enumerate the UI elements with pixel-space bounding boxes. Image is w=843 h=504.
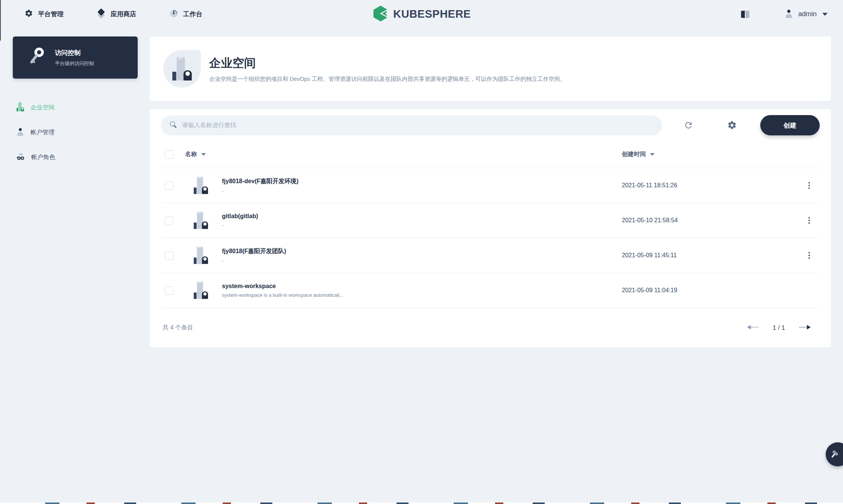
sidebar-item-label: 企业空间	[30, 104, 55, 112]
pagination: 1 / 1	[747, 324, 811, 332]
row-checkbox[interactable]	[165, 286, 173, 295]
next-page-icon[interactable]	[799, 324, 811, 332]
row-checkbox[interactable]	[165, 181, 173, 190]
table-footer: 共 4 个条目 1 / 1	[161, 308, 820, 348]
top-bar: 平台管理 应用商店 工作台	[0, 0, 843, 28]
hammer-icon	[830, 449, 840, 460]
more-actions-icon[interactable]	[806, 250, 812, 261]
more-actions-icon[interactable]	[806, 180, 812, 191]
total-count-label: 共 4 个条目	[163, 324, 193, 332]
workspace-name-link[interactable]: system-workspace	[222, 283, 343, 290]
gear-icon	[24, 9, 33, 19]
sidebar-item-accounts[interactable]: 帐户管理	[13, 120, 150, 145]
workspace-name-link[interactable]: gitlab(gitlab)	[222, 213, 258, 220]
nav-label: 平台管理	[38, 10, 64, 18]
workspace-name-link[interactable]: fjy8018-dev(F嘉阳开发环境)	[222, 178, 299, 185]
user-icon	[17, 128, 24, 137]
page-indicator: 1 / 1	[773, 324, 785, 332]
page-header-card: 企业空间 企业空间是一个组织您的项目和 DevOps 工程、管理资源访问权限以及…	[150, 36, 831, 101]
page-description: 企业空间是一个组织您的项目和 DevOps 工程、管理资源访问权限以及在团队内部…	[209, 76, 566, 83]
top-nav: 平台管理 应用商店 工作台	[24, 9, 202, 20]
table-row[interactable]: gitlab(gitlab) - 2021-05-10 21:58:54	[161, 203, 820, 238]
nav-app-store[interactable]: 应用商店	[97, 9, 136, 20]
sidebar-card-subtitle: 平台级的访问控制	[55, 60, 94, 67]
column-header-name: 名称	[185, 150, 197, 158]
created-time: 2021-05-09 11:04:19	[622, 287, 677, 294]
select-all-checkbox[interactable]	[165, 150, 173, 159]
sidebar-module-card[interactable]: 访问控制 平台级的访问控制	[13, 36, 138, 79]
kubesphere-logo-text: KUBESPHERE	[393, 8, 471, 20]
nav-label: 应用商店	[111, 10, 136, 18]
kubesphere-logo[interactable]: KUBESPHERE	[372, 5, 471, 23]
toolbox-button[interactable]	[826, 442, 843, 466]
column-header-created: 创建时间	[622, 150, 646, 158]
table-row[interactable]: system-workspace system-workspace is a b…	[161, 273, 820, 308]
workspace-icon	[194, 281, 208, 299]
page-title: 企业空间	[209, 55, 566, 71]
sidebar-item-label: 帐户角色	[31, 153, 55, 161]
table-row[interactable]: fjy8018-dev(F嘉阳开发环境) - 2021-05-11 18:51:…	[161, 168, 820, 203]
create-button[interactable]: 创建	[760, 115, 820, 135]
workspace-icon	[194, 176, 208, 194]
search-icon	[169, 121, 177, 130]
search-box[interactable]	[161, 115, 662, 135]
list-toolbar: 创建	[161, 115, 820, 135]
workspace-description: -	[222, 222, 258, 228]
nav-label: 工作台	[183, 10, 202, 18]
table-header: 名称 创建时间	[161, 141, 820, 168]
more-actions-icon[interactable]	[806, 215, 812, 226]
workspace-name-link[interactable]: fjy8018(F嘉阳开发团队)	[222, 247, 286, 255]
created-time: 2021-05-11 18:51:26	[622, 182, 677, 189]
workspace-description: system-workspace is a built-in workspace…	[222, 292, 343, 298]
workspace-description: -	[222, 258, 286, 264]
top-right-group: admin	[740, 9, 828, 20]
bottom-edge-artifact	[0, 502, 843, 504]
app-store-icon	[97, 9, 106, 20]
sidebar-item-label: 帐户管理	[30, 129, 55, 137]
kubesphere-logo-mark	[372, 5, 389, 23]
username: admin	[798, 10, 817, 18]
row-checkbox[interactable]	[165, 251, 173, 260]
workspace-description: -	[222, 188, 299, 194]
user-avatar-icon	[785, 9, 793, 20]
sidebar-item-workspaces[interactable]: 企业空间	[13, 95, 150, 120]
workspace-banner-icon	[163, 50, 201, 88]
user-menu[interactable]: admin	[785, 9, 828, 20]
docs-icon[interactable]	[740, 10, 750, 18]
main-content: 企业空间 企业空间是一个组织您的项目和 DevOps 工程、管理资源访问权限以及…	[150, 36, 831, 348]
key-icon	[28, 47, 45, 68]
sidebar-card-title: 访问控制	[55, 49, 94, 57]
workbench-icon	[169, 9, 178, 20]
search-input[interactable]	[182, 122, 655, 129]
workspace-icon	[194, 246, 208, 264]
created-time: 2021-05-09 11:45:11	[622, 252, 677, 259]
nav-workbench[interactable]: 工作台	[169, 9, 202, 20]
sort-caret-icon[interactable]	[650, 153, 655, 156]
sidebar-nav: 企业空间 帐户管理	[13, 95, 150, 170]
workspace-icon	[17, 102, 24, 113]
settings-gear-icon[interactable]	[727, 120, 737, 130]
sidebar-item-roles[interactable]: 帐户角色	[13, 145, 150, 170]
created-time: 2021-05-10 21:58:54	[622, 217, 678, 224]
sidebar: 访问控制 平台级的访问控制 企业空间	[0, 28, 150, 170]
nav-platform-management[interactable]: 平台管理	[24, 9, 64, 19]
prev-page-icon[interactable]	[747, 324, 759, 332]
row-checkbox[interactable]	[165, 216, 173, 225]
refresh-icon[interactable]	[684, 120, 693, 130]
chevron-down-icon	[822, 11, 828, 18]
roles-icon	[17, 152, 25, 162]
table-row[interactable]: fjy8018(F嘉阳开发团队) - 2021-05-09 11:45:11	[161, 238, 820, 273]
workspace-list-card: 创建 名称 创建时间	[150, 109, 831, 348]
workspace-icon	[194, 211, 208, 229]
sort-caret-icon[interactable]	[201, 153, 206, 156]
